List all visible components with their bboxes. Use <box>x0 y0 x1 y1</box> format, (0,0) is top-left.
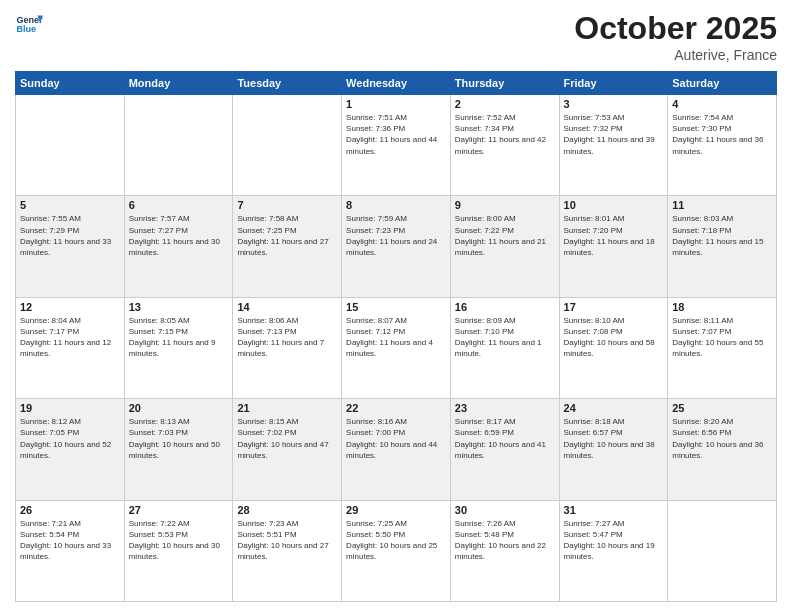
day-detail: Sunrise: 7:52 AMSunset: 7:34 PMDaylight:… <box>455 112 555 157</box>
day-cell: 20Sunrise: 8:13 AMSunset: 7:03 PMDayligh… <box>124 399 233 500</box>
day-detail: Sunrise: 7:22 AMSunset: 5:53 PMDaylight:… <box>129 518 229 563</box>
day-detail: Sunrise: 7:21 AMSunset: 5:54 PMDaylight:… <box>20 518 120 563</box>
day-cell: 1Sunrise: 7:51 AMSunset: 7:36 PMDaylight… <box>342 95 451 196</box>
day-number: 14 <box>237 301 337 313</box>
day-number: 21 <box>237 402 337 414</box>
day-detail: Sunrise: 8:18 AMSunset: 6:57 PMDaylight:… <box>564 416 664 461</box>
day-detail: Sunrise: 8:11 AMSunset: 7:07 PMDaylight:… <box>672 315 772 360</box>
day-detail: Sunrise: 8:16 AMSunset: 7:00 PMDaylight:… <box>346 416 446 461</box>
day-cell: 10Sunrise: 8:01 AMSunset: 7:20 PMDayligh… <box>559 196 668 297</box>
weekday-tuesday: Tuesday <box>233 72 342 95</box>
day-number: 8 <box>346 199 446 211</box>
day-cell: 26Sunrise: 7:21 AMSunset: 5:54 PMDayligh… <box>16 500 125 601</box>
day-number: 30 <box>455 504 555 516</box>
day-detail: Sunrise: 7:51 AMSunset: 7:36 PMDaylight:… <box>346 112 446 157</box>
day-detail: Sunrise: 8:20 AMSunset: 6:56 PMDaylight:… <box>672 416 772 461</box>
location: Auterive, France <box>574 47 777 63</box>
logo: General Blue <box>15 10 43 38</box>
day-cell: 19Sunrise: 8:12 AMSunset: 7:05 PMDayligh… <box>16 399 125 500</box>
day-detail: Sunrise: 8:06 AMSunset: 7:13 PMDaylight:… <box>237 315 337 360</box>
day-number: 26 <box>20 504 120 516</box>
header: General Blue October 2025 Auterive, Fran… <box>15 10 777 63</box>
day-number: 10 <box>564 199 664 211</box>
day-detail: Sunrise: 8:12 AMSunset: 7:05 PMDaylight:… <box>20 416 120 461</box>
weekday-friday: Friday <box>559 72 668 95</box>
day-detail: Sunrise: 7:26 AMSunset: 5:48 PMDaylight:… <box>455 518 555 563</box>
day-number: 6 <box>129 199 229 211</box>
day-number: 24 <box>564 402 664 414</box>
weekday-thursday: Thursday <box>450 72 559 95</box>
day-cell: 14Sunrise: 8:06 AMSunset: 7:13 PMDayligh… <box>233 297 342 398</box>
day-cell: 27Sunrise: 7:22 AMSunset: 5:53 PMDayligh… <box>124 500 233 601</box>
week-row-3: 12Sunrise: 8:04 AMSunset: 7:17 PMDayligh… <box>16 297 777 398</box>
day-detail: Sunrise: 8:03 AMSunset: 7:18 PMDaylight:… <box>672 213 772 258</box>
day-cell: 13Sunrise: 8:05 AMSunset: 7:15 PMDayligh… <box>124 297 233 398</box>
weekday-saturday: Saturday <box>668 72 777 95</box>
day-detail: Sunrise: 8:07 AMSunset: 7:12 PMDaylight:… <box>346 315 446 360</box>
day-cell: 12Sunrise: 8:04 AMSunset: 7:17 PMDayligh… <box>16 297 125 398</box>
day-cell <box>233 95 342 196</box>
weekday-wednesday: Wednesday <box>342 72 451 95</box>
day-number: 1 <box>346 98 446 110</box>
day-number: 13 <box>129 301 229 313</box>
day-number: 20 <box>129 402 229 414</box>
day-cell: 23Sunrise: 8:17 AMSunset: 6:59 PMDayligh… <box>450 399 559 500</box>
week-row-4: 19Sunrise: 8:12 AMSunset: 7:05 PMDayligh… <box>16 399 777 500</box>
day-number: 15 <box>346 301 446 313</box>
day-detail: Sunrise: 8:04 AMSunset: 7:17 PMDaylight:… <box>20 315 120 360</box>
day-detail: Sunrise: 7:27 AMSunset: 5:47 PMDaylight:… <box>564 518 664 563</box>
day-cell: 8Sunrise: 7:59 AMSunset: 7:23 PMDaylight… <box>342 196 451 297</box>
day-cell: 16Sunrise: 8:09 AMSunset: 7:10 PMDayligh… <box>450 297 559 398</box>
day-number: 22 <box>346 402 446 414</box>
day-number: 29 <box>346 504 446 516</box>
day-number: 31 <box>564 504 664 516</box>
day-cell: 22Sunrise: 8:16 AMSunset: 7:00 PMDayligh… <box>342 399 451 500</box>
day-number: 3 <box>564 98 664 110</box>
day-number: 16 <box>455 301 555 313</box>
day-number: 11 <box>672 199 772 211</box>
day-cell: 6Sunrise: 7:57 AMSunset: 7:27 PMDaylight… <box>124 196 233 297</box>
day-detail: Sunrise: 7:25 AMSunset: 5:50 PMDaylight:… <box>346 518 446 563</box>
day-cell: 4Sunrise: 7:54 AMSunset: 7:30 PMDaylight… <box>668 95 777 196</box>
month-title: October 2025 <box>574 10 777 47</box>
day-detail: Sunrise: 7:54 AMSunset: 7:30 PMDaylight:… <box>672 112 772 157</box>
day-number: 19 <box>20 402 120 414</box>
day-detail: Sunrise: 8:01 AMSunset: 7:20 PMDaylight:… <box>564 213 664 258</box>
day-cell <box>668 500 777 601</box>
day-number: 17 <box>564 301 664 313</box>
day-cell: 30Sunrise: 7:26 AMSunset: 5:48 PMDayligh… <box>450 500 559 601</box>
day-detail: Sunrise: 8:05 AMSunset: 7:15 PMDaylight:… <box>129 315 229 360</box>
week-row-5: 26Sunrise: 7:21 AMSunset: 5:54 PMDayligh… <box>16 500 777 601</box>
day-detail: Sunrise: 8:13 AMSunset: 7:03 PMDaylight:… <box>129 416 229 461</box>
day-detail: Sunrise: 7:55 AMSunset: 7:29 PMDaylight:… <box>20 213 120 258</box>
day-cell: 28Sunrise: 7:23 AMSunset: 5:51 PMDayligh… <box>233 500 342 601</box>
day-number: 18 <box>672 301 772 313</box>
day-number: 23 <box>455 402 555 414</box>
day-number: 7 <box>237 199 337 211</box>
day-cell <box>16 95 125 196</box>
week-row-2: 5Sunrise: 7:55 AMSunset: 7:29 PMDaylight… <box>16 196 777 297</box>
day-cell: 11Sunrise: 8:03 AMSunset: 7:18 PMDayligh… <box>668 196 777 297</box>
day-number: 28 <box>237 504 337 516</box>
day-cell: 18Sunrise: 8:11 AMSunset: 7:07 PMDayligh… <box>668 297 777 398</box>
day-cell: 7Sunrise: 7:58 AMSunset: 7:25 PMDaylight… <box>233 196 342 297</box>
calendar-table: SundayMondayTuesdayWednesdayThursdayFrid… <box>15 71 777 602</box>
day-cell: 15Sunrise: 8:07 AMSunset: 7:12 PMDayligh… <box>342 297 451 398</box>
day-detail: Sunrise: 7:53 AMSunset: 7:32 PMDaylight:… <box>564 112 664 157</box>
weekday-sunday: Sunday <box>16 72 125 95</box>
svg-text:Blue: Blue <box>16 24 36 34</box>
day-cell: 9Sunrise: 8:00 AMSunset: 7:22 PMDaylight… <box>450 196 559 297</box>
day-detail: Sunrise: 7:59 AMSunset: 7:23 PMDaylight:… <box>346 213 446 258</box>
day-detail: Sunrise: 7:57 AMSunset: 7:27 PMDaylight:… <box>129 213 229 258</box>
weekday-header-row: SundayMondayTuesdayWednesdayThursdayFrid… <box>16 72 777 95</box>
day-detail: Sunrise: 8:15 AMSunset: 7:02 PMDaylight:… <box>237 416 337 461</box>
day-cell <box>124 95 233 196</box>
day-cell: 3Sunrise: 7:53 AMSunset: 7:32 PMDaylight… <box>559 95 668 196</box>
day-detail: Sunrise: 7:23 AMSunset: 5:51 PMDaylight:… <box>237 518 337 563</box>
week-row-1: 1Sunrise: 7:51 AMSunset: 7:36 PMDaylight… <box>16 95 777 196</box>
day-cell: 2Sunrise: 7:52 AMSunset: 7:34 PMDaylight… <box>450 95 559 196</box>
day-number: 27 <box>129 504 229 516</box>
day-number: 5 <box>20 199 120 211</box>
day-cell: 24Sunrise: 8:18 AMSunset: 6:57 PMDayligh… <box>559 399 668 500</box>
day-number: 9 <box>455 199 555 211</box>
